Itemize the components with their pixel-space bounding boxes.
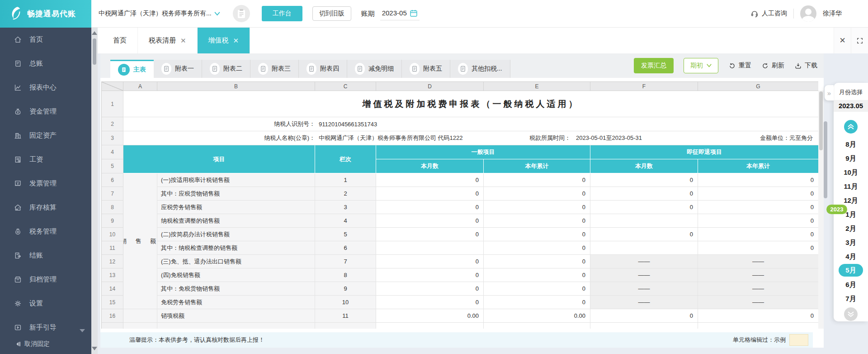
column-header-B[interactable]: B	[157, 82, 315, 91]
item-label-cell[interactable]: (三)免、抵、退办法出口销售额	[157, 255, 315, 268]
subtab-附表二[interactable]: 附表二	[202, 60, 250, 78]
value-cell[interactable]	[590, 214, 698, 228]
column-header-F[interactable]: F	[590, 82, 698, 91]
value-cell[interactable]: 0	[698, 214, 818, 228]
collapse-panel-handle[interactable]: »	[825, 85, 834, 100]
subtab-附表五[interactable]: 附表五	[402, 60, 450, 78]
subtab-附表一[interactable]: 附表一	[154, 60, 202, 78]
value-cell[interactable]: 0	[590, 309, 698, 323]
clipboard-badge-icon[interactable]	[233, 5, 250, 22]
scrollbar-thumb[interactable]	[819, 91, 823, 150]
month-11月[interactable]: 11月	[834, 179, 868, 193]
invoice-summary-button[interactable]: 发票汇总	[634, 58, 674, 73]
workspace-button[interactable]: 工作台	[262, 6, 302, 21]
row-header[interactable]: 10	[102, 228, 123, 241]
item-label-cell[interactable]: (二)按简易办法计税销售额	[157, 228, 315, 241]
sidebar-item-report[interactable]: 报表中心	[0, 76, 91, 100]
page-scrollbar[interactable]	[824, 121, 827, 198]
row-header[interactable]: 16	[102, 309, 123, 323]
line-number-cell[interactable]: 10	[315, 296, 376, 309]
month-7月[interactable]: 7月	[834, 292, 868, 306]
item-label-cell[interactable]: 纳税检查调整的销售额	[157, 214, 315, 228]
value-cell[interactable]: 0	[484, 201, 590, 214]
item-label-cell[interactable]: 其中：纳税检查调整的销售额	[157, 241, 315, 255]
value-cell[interactable]: 0	[376, 173, 484, 187]
download-button[interactable]: 下载	[794, 62, 817, 70]
column-header-D[interactable]: D	[376, 82, 484, 91]
item-label-cell[interactable]: 其中：免税货物销售额	[157, 282, 315, 296]
sidebar-item-invoice[interactable]: 发票管理	[0, 172, 91, 196]
value-cell[interactable]: 0	[590, 201, 698, 214]
line-number-cell[interactable]: 4	[315, 214, 376, 228]
taxpayer-id-row[interactable]: 纳税人识别号：911201045661351743	[123, 117, 818, 131]
month-3月[interactable]: 3月	[834, 235, 868, 249]
sidebar-scroll-down-icon[interactable]	[80, 329, 85, 332]
scroll-months-down-button[interactable]	[844, 307, 858, 321]
column-header-G[interactable]: G	[698, 82, 818, 91]
row-header[interactable]: 2	[102, 117, 123, 131]
value-cell[interactable]: 0	[590, 173, 698, 187]
line-number-cell[interactable]: 1	[315, 173, 376, 187]
unpin-button[interactable]: 取消固定	[0, 335, 91, 353]
row-header[interactable]: 7	[102, 187, 123, 201]
line-number-cell[interactable]: 9	[315, 282, 376, 296]
value-cell[interactable]: 0	[376, 255, 484, 268]
scroll-down-arrow-icon[interactable]	[92, 347, 97, 350]
item-label-cell[interactable]: 销项税额	[157, 309, 315, 323]
value-cell[interactable]: 0	[698, 241, 818, 255]
tab-首页[interactable]: 首页	[102, 28, 138, 53]
sidebar-item-payroll[interactable]: 工资	[0, 148, 91, 172]
dash-cell[interactable]: ——	[698, 282, 818, 296]
value-cell[interactable]: 0.00	[376, 309, 484, 323]
row-header[interactable]: 3	[102, 131, 123, 145]
row-header[interactable]: 13	[102, 268, 123, 282]
row-header[interactable]: 14	[102, 282, 123, 296]
value-cell[interactable]: 0	[590, 228, 698, 241]
value-cell[interactable]: 0	[484, 255, 590, 268]
line-number-cell[interactable]: 8	[315, 268, 376, 282]
month-9月[interactable]: 9月	[834, 151, 868, 165]
column-header-A[interactable]: A	[123, 82, 157, 91]
column-header-E[interactable]: E	[484, 82, 590, 91]
support-link[interactable]: 人工咨询	[750, 10, 787, 18]
month-10月[interactable]: 10月	[834, 165, 868, 179]
column-header-C[interactable]: C	[315, 82, 376, 91]
dash-cell[interactable]: ——	[698, 296, 818, 309]
row-header[interactable]: 9	[102, 214, 123, 228]
item-label-cell[interactable]: 免税劳务销售额	[157, 296, 315, 309]
sidebar-item-inventory[interactable]: 库存核算	[0, 196, 91, 220]
sidebar-item-settings[interactable]: 设置	[0, 292, 91, 316]
scroll-months-up-button[interactable]	[844, 120, 858, 134]
line-number-cell[interactable]: 6	[315, 241, 376, 255]
value-cell[interactable]: 0	[484, 214, 590, 228]
sidebar-item-home[interactable]: 首页	[0, 28, 91, 52]
scroll-up-arrow-icon[interactable]	[92, 31, 97, 35]
row-header[interactable]: 15	[102, 296, 123, 309]
row-header[interactable]: 6	[102, 173, 123, 187]
tab-税表清册[interactable]: 税表清册✕	[138, 28, 198, 53]
section-label-cell[interactable]: 销 售 额	[123, 173, 157, 309]
value-cell[interactable]: 0	[376, 268, 484, 282]
row-header[interactable]: 12	[102, 255, 123, 268]
dash-cell[interactable]: ——	[590, 282, 698, 296]
item-label-cell[interactable]: (一)按适用税率计税销售额	[157, 173, 315, 187]
value-cell[interactable]	[590, 241, 698, 255]
line-number-cell[interactable]: 5	[315, 228, 376, 241]
tab-增值税[interactable]: 增值税✕	[198, 28, 250, 53]
value-cell[interactable]: 0	[484, 296, 590, 309]
fullscreen-icon[interactable]	[851, 28, 868, 53]
value-cell[interactable]: 0	[376, 228, 484, 241]
close-icon[interactable]: ✕	[834, 28, 851, 53]
value-cell[interactable]	[376, 241, 484, 255]
switch-old-version-button[interactable]: 切到旧版	[312, 6, 351, 21]
month-2月[interactable]: 2月	[834, 221, 868, 235]
month-6月[interactable]: 6月	[834, 277, 868, 292]
dash-cell[interactable]: ——	[698, 268, 818, 282]
row-header[interactable]: 8	[102, 201, 123, 214]
company-selector[interactable]: 中税网通广泽（天津）税务师事务所有...	[99, 10, 220, 18]
row-header[interactable]: 4	[102, 145, 123, 159]
row-header[interactable]: 11	[102, 241, 123, 255]
close-tab-icon[interactable]: ✕	[180, 37, 186, 45]
value-cell[interactable]: 0	[484, 282, 590, 296]
value-cell[interactable]: 0	[698, 228, 818, 241]
